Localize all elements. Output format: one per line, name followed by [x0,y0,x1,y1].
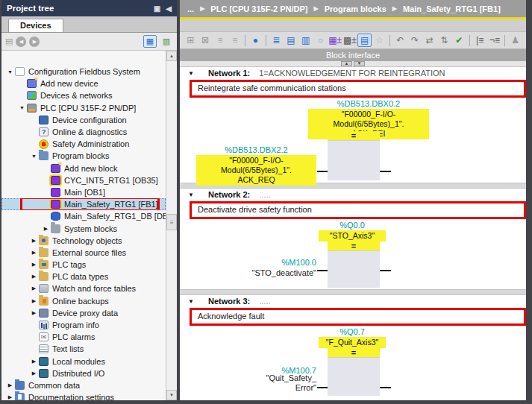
tree-item-add-new-device[interactable]: Add new device [1,78,166,89]
collapse-icon[interactable]: ▼ [30,154,38,159]
expand-icon[interactable]: ▶ [6,382,14,388]
input-operand-tag[interactable]: "STO_deactivate" [180,268,316,278]
scroll-grip[interactable]: ≡ [166,214,177,230]
open-all-networks-icon[interactable]: ≣ [269,34,284,47]
tree-item-online-diagnostics[interactable]: Online & diagnostics [1,126,166,138]
consistency-check-icon[interactable]: ✔ [452,34,466,47]
tree-item-plc-data-types[interactable]: ▶PLC data types [1,271,166,283]
favorites-icon[interactable]: ☆ [372,34,387,47]
tab-devices[interactable]: Devices [8,19,63,32]
synchronize-icon[interactable]: ⇅ [437,34,451,47]
new-object-icon[interactable]: ▤ [5,37,13,46]
scroll-track[interactable]: ≡ [166,61,177,390]
next-error-icon[interactable]: ↷ [408,34,422,47]
network-comments-icon[interactable]: ▥ [298,34,313,47]
expand-icon[interactable]: ▶ [30,274,38,280]
expand-icon[interactable]: ▶ [30,238,38,244]
interface-splitter[interactable]: ▲ ▼ [180,61,526,67]
maximize-panel-icon[interactable]: ▣ [154,4,160,13]
insert-block-icon[interactable]: ● [248,34,263,47]
scroll-up-icon[interactable]: ▲ [166,51,177,61]
tree-item-documentation-settings[interactable]: ▶Documentation settings [1,391,166,400]
tree-item-device-configuration[interactable]: Device configuration [1,114,166,126]
tree-item-plc-cpu-315f-2-pn-dp[interactable]: ▼PLC [CPU 315F-2 PN/DP] [1,102,166,114]
delete-network-icon[interactable]: ⊠ [198,34,213,47]
collapse-icon[interactable]: ▼ [6,69,14,75]
tree-item-text-lists[interactable]: Text lists [1,343,166,355]
tree-item-plc-tags[interactable]: ▶PLC tags [1,259,166,271]
collapse-panel-icon[interactable]: ◀ [166,4,172,13]
network-2-header[interactable]: Network 2: ..... [180,189,526,201]
tree-scrollbar[interactable]: ▲ ≡ ▼ [166,51,177,400]
tree-item-device-proxy-data[interactable]: ▶Device proxy data [1,307,166,319]
tree-item-local-modules[interactable]: ▶Local modules [1,356,166,367]
breadcrumb-item[interactable]: Program blocks [325,4,387,13]
tree-item-technology-objects[interactable]: ▶Technology objects [1,235,166,247]
absolute-operands-icon[interactable]: |≡ [473,34,487,47]
breadcrumb-item[interactable]: Main_Safety_RTG1 [FB1] [403,4,501,13]
previous-error-icon[interactable]: ↶ [393,34,407,47]
output-operand-tag[interactable]: "STO_Axis3" [319,230,386,242]
operand-display-icon[interactable]: ▤ [357,34,372,47]
tree-item-cyc-int5-rtg1-ob35[interactable]: CYC_INT5_RTG1 [OB35] [1,174,166,186]
expand-icon[interactable]: ▶ [30,359,38,364]
network-1-comment[interactable]: Reintegrate safe communication stations [190,80,526,98]
tree-item-main-safety-rtg1-db-db1[interactable]: Main_Safety_RTG1_DB [DB1 [1,210,166,222]
input-operand-tag[interactable]: "F00000_F-I/O-Modul(6/5Bytes)_1". ACK_RE… [196,155,316,186]
tree-item-distributed-i-o[interactable]: ▶Distributed I/O [1,367,166,379]
insert-row-after-icon[interactable]: ≡ [228,34,242,47]
network-3-comment[interactable]: Acknowledge fault [190,308,526,326]
tree-item-safety-administration[interactable]: Safety Administration [1,138,166,150]
expand-icon[interactable]: ▶ [6,394,14,400]
assignment-coil[interactable]: = [328,348,380,396]
tree-item-common-data[interactable]: ▶Common data [1,379,166,391]
expand-icon[interactable]: ▶ [30,285,38,291]
block-interface-bar[interactable]: Block interface [180,49,526,61]
assignment-coil[interactable]: = [328,242,380,288]
update-block-calls-icon[interactable]: ⇄ [422,34,436,47]
assignment-coil[interactable]: = [328,131,380,180]
input-operand-tag[interactable]: "Quit_Safety_ Error" [180,373,316,393]
expand-icon[interactable]: ▶ [30,370,38,376]
tree-item-plc-alarms[interactable]: PLC alarms [1,331,166,343]
tree-item-online-backups[interactable]: ▶Online backups [1,295,166,307]
splitter-up-icon[interactable]: ▲ [341,61,352,66]
insert-output-icon[interactable]: ▩± [343,34,357,47]
output-operand-tag[interactable]: "F_Quit_Axis3" [319,337,386,348]
tree-item-program-blocks[interactable]: ▼Program blocks [1,150,166,162]
expand-icon[interactable]: ▶ [30,298,38,304]
collapse-icon[interactable]: ▼ [18,105,26,110]
tree-item-main-ob1[interactable]: Main [OB1] [1,186,166,198]
insert-network-icon[interactable]: ⊞ [184,34,198,47]
expand-icon[interactable]: ▶ [30,310,38,316]
tree-item-system-blocks[interactable]: ▶System blocks [1,222,166,234]
tree-item-configuration-fieldbus-system[interactable]: ▼Configuration Fieldbus System [1,66,166,78]
tree-item-add-new-block[interactable]: Add new block [1,162,166,174]
free-comment-icon[interactable]: ○ [313,34,328,47]
open-new-editor-icon[interactable]: ▥ [160,35,173,48]
tree-item-external-source-files[interactable]: ▶External source files [1,247,166,259]
know-how-protection-icon[interactable]: ♟ [508,34,522,47]
expand-icon[interactable]: ▶ [42,226,50,232]
details-view-icon[interactable]: ▦ [143,35,157,48]
breadcrumb-item[interactable]: ... [187,4,194,13]
network-1-header[interactable]: Network 1: 1=ACKNOWLEDGEMENT FOR REINTEG… [180,67,526,79]
scroll-down-icon[interactable]: ▼ [166,390,177,400]
tree-item-watch-and-force-tables[interactable]: ▶Watch and force tables [1,283,166,294]
insert-row-before-icon[interactable]: ≡ [213,34,228,47]
collapse-network-icon[interactable] [188,192,197,198]
navigate-back-icon[interactable]: ◀ [16,37,26,47]
insert-input-icon[interactable]: ▦± [328,34,342,47]
tree-item-devices-networks[interactable]: Devices & networks [1,89,166,101]
network-2-comment[interactable]: Deactivate drive safety function [190,201,526,219]
breadcrumb-item[interactable]: PLC [CPU 315F-2 PN/DP] [210,4,307,13]
navigate-forward-icon[interactable]: ▶ [29,37,40,47]
close-all-networks-icon[interactable]: ▤ [284,34,298,47]
collapse-network-icon[interactable] [188,70,197,77]
expand-icon[interactable]: ▶ [30,250,38,256]
splitter-down-icon[interactable]: ▼ [354,61,365,66]
network-3-header[interactable]: Network 3: ..... [180,295,526,307]
symbolic-operands-icon[interactable]: ¬≡ [488,34,502,47]
tree-item-program-info[interactable]: Program info [1,319,166,331]
collapse-network-icon[interactable] [188,298,197,305]
